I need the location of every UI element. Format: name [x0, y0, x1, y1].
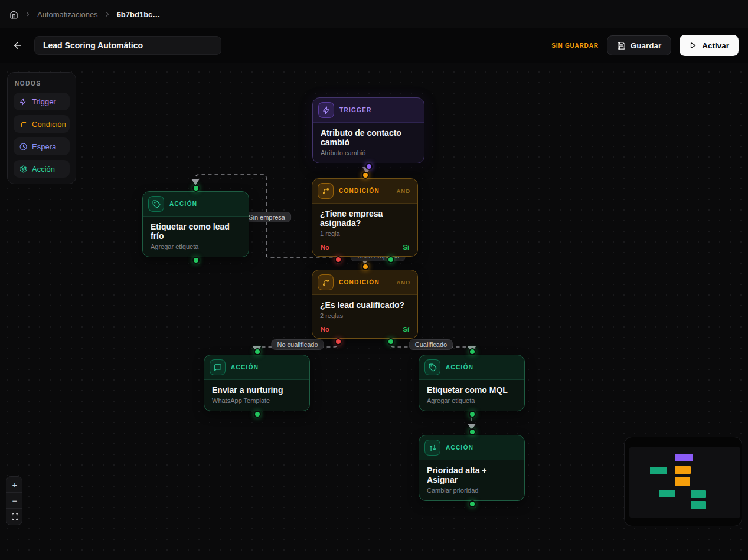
flow-canvas[interactable]: Sin empresa Tiene empresa No cualificado… — [0, 63, 748, 560]
node-title: Etiquetar como MQL — [427, 385, 517, 395]
palette-item-trigger[interactable]: Trigger — [14, 93, 70, 110]
node-action-nurturing[interactable]: ACCIÓN Enviar a nurturing WhatsApp Templ… — [204, 355, 310, 411]
source-handle-no[interactable] — [335, 338, 342, 345]
source-handle[interactable] — [254, 411, 261, 418]
node-action-mql[interactable]: ACCIÓN Etiquetar como MQL Agregar etique… — [419, 355, 525, 411]
breadcrumb-automatizaciones[interactable]: Automatizaciones — [37, 10, 98, 19]
palette-item-condicion[interactable]: Condición — [14, 115, 70, 133]
palette-item-label: Espera — [32, 142, 56, 151]
save-icon — [617, 41, 626, 50]
edge-label-sin-empresa: Sin empresa — [243, 212, 291, 222]
target-handle[interactable] — [362, 263, 369, 270]
node-title: Etiquetar como lead frío — [151, 222, 241, 241]
node-trigger[interactable]: TRIGGER Atributo de contacto cambió Atri… — [312, 97, 424, 163]
automation-builder-app: Automatizaciones 6b7bd1bc… SIN GUARDAR G… — [0, 0, 748, 560]
node-subtitle: Agregar etiqueta — [151, 243, 241, 250]
node-action-lead-frio[interactable]: ACCIÓN Etiquetar como lead frío Agregar … — [142, 191, 249, 257]
play-icon — [689, 41, 697, 50]
palette-item-label: Trigger — [32, 97, 56, 106]
zoom-controls: + − — [6, 476, 22, 525]
arrows-up-down-icon — [424, 440, 440, 456]
node-subtitle: Cambiar prioridad — [427, 487, 517, 494]
target-handle[interactable] — [254, 348, 261, 355]
condition-no-label: No — [321, 326, 329, 333]
condition-yes-label: Sí — [403, 244, 409, 251]
target-handle[interactable] — [192, 185, 200, 192]
condition-no-label: No — [321, 244, 329, 251]
zoom-out-button[interactable]: − — [6, 493, 22, 509]
edge-label-no-cualificado: No cualificado — [271, 339, 324, 350]
minimap-node — [691, 501, 706, 509]
target-handle[interactable] — [469, 428, 476, 435]
home-icon[interactable] — [9, 10, 18, 19]
activate-button-label: Activar — [702, 41, 729, 50]
zap-icon — [19, 98, 27, 106]
source-handle-yes[interactable] — [387, 256, 394, 263]
node-subtitle: WhatsApp Template — [212, 397, 302, 404]
minimap-viewport — [629, 447, 740, 518]
clock-icon — [19, 143, 27, 150]
palette-item-espera[interactable]: Espera — [14, 137, 70, 155]
node-header: CONDICIÓN AND — [312, 179, 417, 204]
node-title: ¿Tiene empresa asignada? — [320, 209, 410, 228]
minimap-node — [675, 466, 691, 474]
target-handle[interactable] — [362, 172, 369, 179]
source-handle[interactable] — [469, 411, 476, 418]
node-type-label: ACCIÓN — [446, 444, 473, 451]
workflow-header: SIN GUARDAR Guardar Activar — [0, 28, 748, 63]
edge-label-cualificado: Cualificado — [409, 339, 453, 350]
zoom-in-button[interactable]: + — [6, 477, 22, 493]
minimap-node — [659, 490, 675, 497]
message-icon — [210, 359, 226, 375]
palette-item-label: Acción — [32, 165, 55, 173]
node-type-label: TRIGGER — [339, 107, 372, 113]
source-handle[interactable] — [192, 257, 200, 264]
node-subtitle: Agregar etiqueta — [427, 397, 517, 404]
node-header: TRIGGER — [313, 98, 424, 123]
node-title: Atributo de contacto cambió — [321, 128, 416, 147]
node-title: ¿Es lead cualificado? — [320, 300, 410, 310]
and-badge: AND — [396, 279, 410, 286]
branch-icon — [19, 120, 27, 128]
node-header: ACCIÓN — [143, 192, 249, 217]
node-action-prioridad[interactable]: ACCIÓN Prioridad alta + Asignar Cambiar … — [419, 435, 525, 501]
source-handle-no[interactable] — [335, 256, 342, 263]
activate-button[interactable]: Activar — [680, 35, 739, 56]
source-handle[interactable] — [365, 163, 373, 170]
node-type-label: CONDICIÓN — [339, 279, 380, 286]
unsaved-status-badge: SIN GUARDAR — [551, 42, 598, 49]
palette-title: NODOS — [15, 80, 70, 87]
node-subtitle: 2 reglas — [320, 312, 410, 319]
breadcrumb-current-id: 6b7bd1bc… — [117, 10, 161, 19]
source-handle-yes[interactable] — [387, 338, 394, 345]
branch-icon — [318, 274, 334, 290]
tag-icon — [424, 359, 440, 375]
minimap[interactable] — [624, 437, 742, 526]
and-badge: AND — [396, 188, 410, 194]
node-type-label: ACCIÓN — [169, 201, 197, 207]
fit-view-button[interactable] — [6, 509, 22, 525]
node-title: Prioridad alta + Asignar — [427, 466, 517, 484]
tag-icon — [148, 196, 164, 212]
back-button[interactable] — [9, 37, 26, 54]
save-button-label: Guardar — [631, 41, 662, 50]
node-condition-empresa[interactable]: CONDICIÓN AND ¿Tiene empresa asignada? 1… — [312, 178, 418, 257]
node-condition-cualificado[interactable]: CONDICIÓN AND ¿Es lead cualificado? 2 re… — [312, 270, 418, 339]
workflow-title-input[interactable] — [34, 36, 221, 55]
node-title: Enviar a nurturing — [212, 385, 302, 395]
condition-yes-label: Sí — [403, 326, 409, 333]
node-header: CONDICIÓN AND — [312, 270, 417, 295]
node-palette: NODOS Trigger Condición Espera Acción — [7, 72, 76, 184]
minimap-node — [675, 477, 690, 486]
minimap-node — [650, 467, 667, 474]
fit-view-icon — [11, 513, 19, 520]
target-handle[interactable] — [469, 348, 476, 355]
zap-icon — [318, 102, 334, 118]
node-type-label: CONDICIÓN — [339, 188, 380, 194]
breadcrumb: Automatizaciones 6b7bd1bc… — [0, 0, 748, 28]
save-button[interactable]: Guardar — [607, 35, 672, 55]
palette-item-accion[interactable]: Acción — [14, 160, 70, 178]
source-handle[interactable] — [469, 500, 476, 507]
node-type-label: ACCIÓN — [446, 364, 473, 371]
gear-icon — [19, 165, 27, 173]
